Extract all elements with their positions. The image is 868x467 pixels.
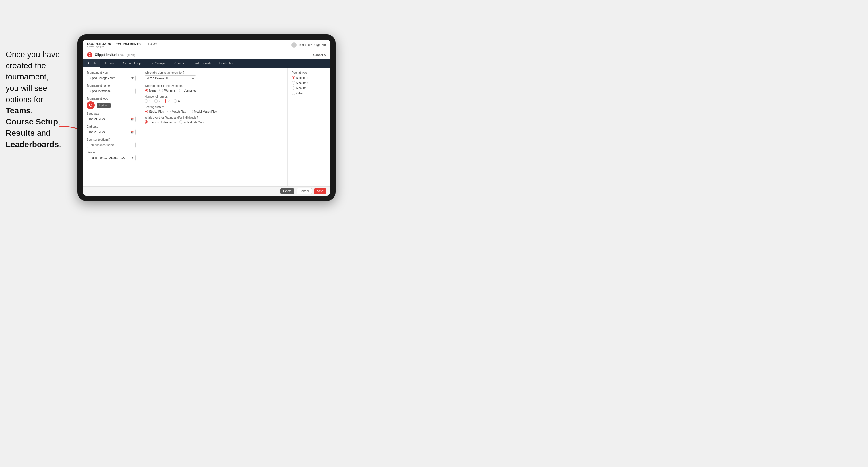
tournament-host-select[interactable]: Clippd College - Men — [87, 75, 136, 81]
scoring-medal-radio[interactable] — [190, 110, 193, 113]
scoring-section: Scoring system Stroke Play Match Play — [145, 105, 283, 113]
brand: SCOREBOARD Powered by clippd — [87, 42, 111, 48]
tab-results[interactable]: Results — [169, 59, 188, 68]
division-label: Which division is the event for? — [145, 71, 283, 74]
nav-links: TOURNAMENTS TEAMS — [116, 42, 157, 47]
rounds-radio-group: 1 2 3 4 — [145, 99, 283, 103]
scoring-radio-group: Stroke Play Match Play Medal Match Play — [145, 110, 283, 113]
teams-label: Is this event for Teams and/or Individua… — [145, 116, 283, 119]
nav-tournaments[interactable]: TOURNAMENTS — [116, 42, 140, 47]
scoring-stroke-radio[interactable] — [145, 110, 148, 113]
rounds-1-radio[interactable] — [145, 99, 148, 103]
teams-plus-radio[interactable] — [145, 121, 148, 124]
nav-right: Test User | Sign out — [291, 42, 326, 48]
gender-combined[interactable]: Combined — [179, 89, 197, 92]
venue-group: Venue Peachtree GC - Atlanta - GA — [87, 151, 136, 161]
rounds-4-radio[interactable] — [174, 99, 177, 103]
tab-course-setup[interactable]: Course Setup — [118, 59, 145, 68]
main-form-area: Tournament Host Clippd College - Men Tou… — [83, 68, 331, 186]
format-5count4[interactable]: 5 count 4 — [292, 76, 327, 80]
format-other[interactable]: Other — [292, 92, 327, 95]
gender-radio-group: Mens Womens Combined — [145, 89, 283, 92]
individuals-only-radio[interactable] — [179, 121, 182, 124]
tournament-logo-label: Tournament logo — [87, 97, 136, 100]
rounds-label: Number of rounds — [145, 95, 283, 98]
tabs-bar: Details Teams Course Setup Tee Groups Re… — [83, 59, 331, 68]
sponsor-label: Sponsor (optional) — [87, 138, 136, 141]
rounds-1[interactable]: 1 — [145, 99, 151, 103]
gender-mens[interactable]: Mens — [145, 89, 156, 92]
venue-label: Venue — [87, 151, 136, 154]
format-6count4-radio[interactable] — [292, 81, 295, 85]
footer: Delete Cancel Save — [83, 186, 331, 196]
format-6count5-radio[interactable] — [292, 86, 295, 90]
tournament-icon: C — [87, 52, 92, 57]
left-annotation: Once you have created the tournament, yo… — [0, 46, 66, 153]
tournament-host-label: Tournament Host — [87, 71, 136, 74]
gender-womens-radio[interactable] — [159, 89, 163, 92]
format-6count5[interactable]: 6 count 5 — [292, 86, 327, 90]
start-date-input[interactable]: Jan 21, 2024 📅 — [87, 116, 136, 122]
format-column: Format type 5 count 4 6 count 4 6 count … — [287, 68, 331, 186]
tournament-name-input[interactable] — [87, 88, 136, 94]
rounds-3-radio[interactable] — [164, 99, 167, 103]
end-date-group: End date Jan 23, 2024 📅 — [87, 125, 136, 135]
nav-teams[interactable]: TEAMS — [146, 42, 157, 47]
tablet-screen: SCOREBOARD Powered by clippd TOURNAMENTS… — [83, 39, 331, 196]
format-radio-group: 5 count 4 6 count 4 6 count 5 Other — [292, 76, 327, 95]
start-date-label: Start date — [87, 112, 136, 115]
tournament-name-group: Tournament name — [87, 84, 136, 94]
end-date-input[interactable]: Jan 23, 2024 📅 — [87, 129, 136, 135]
rounds-2-radio[interactable] — [154, 99, 158, 103]
format-other-radio[interactable] — [292, 92, 295, 95]
sponsor-input[interactable] — [87, 142, 136, 148]
scoring-match[interactable]: Match Play — [167, 110, 186, 113]
tab-teams[interactable]: Teams — [100, 59, 118, 68]
format-5count4-radio[interactable] — [292, 76, 295, 80]
tab-tee-groups[interactable]: Tee Groups — [145, 59, 169, 68]
logo-section: C Upload — [87, 101, 136, 109]
calendar-end-icon: 📅 — [130, 130, 134, 134]
division-select[interactable]: NCAA Division III — [145, 75, 196, 82]
calendar-icon: 📅 — [130, 118, 134, 121]
tab-leaderboards[interactable]: Leaderboards — [188, 59, 215, 68]
individuals-only[interactable]: Individuals Only — [179, 121, 204, 124]
rounds-section: Number of rounds 1 2 3 — [145, 95, 283, 103]
scoring-medal-match[interactable]: Medal Match Play — [190, 110, 217, 113]
gender-mens-radio[interactable] — [145, 89, 148, 92]
cancel-header-button[interactable]: Cancel X — [313, 53, 326, 57]
tab-details[interactable]: Details — [83, 59, 100, 68]
scoring-stroke[interactable]: Stroke Play — [145, 110, 164, 113]
gender-section: Which gender is the event for? Mens Wome… — [145, 84, 283, 92]
tournament-name: Clippd Invitational — [95, 53, 124, 57]
save-button[interactable]: Save — [314, 188, 327, 194]
user-avatar-icon — [291, 42, 297, 48]
format-6count4[interactable]: 6 count 4 — [292, 81, 327, 85]
teams-plus[interactable]: Teams (+Individuals) — [145, 121, 176, 124]
rounds-3[interactable]: 3 — [164, 99, 170, 103]
nav-left: SCOREBOARD Powered by clippd TOURNAMENTS… — [87, 42, 157, 48]
top-nav: SCOREBOARD Powered by clippd TOURNAMENTS… — [83, 39, 331, 51]
format-type-label: Format type — [292, 71, 327, 74]
user-sign-out[interactable]: Test User | Sign out — [298, 43, 326, 47]
tab-printables[interactable]: Printables — [215, 59, 238, 68]
cancel-button[interactable]: Cancel — [297, 188, 312, 194]
gender-label: Which gender is the event for? — [145, 84, 283, 88]
middle-column: Which division is the event for? NCAA Di… — [140, 68, 287, 186]
left-column: Tournament Host Clippd College - Men Tou… — [83, 68, 140, 186]
scoring-match-radio[interactable] — [167, 110, 171, 113]
venue-select[interactable]: Peachtree GC - Atlanta - GA — [87, 155, 136, 161]
gender-combined-radio[interactable] — [179, 89, 182, 92]
tournament-title-row: C Clippd Invitational (Men) — [87, 52, 135, 57]
rounds-4[interactable]: 4 — [174, 99, 180, 103]
tournament-logo-group: Tournament logo C Upload — [87, 97, 136, 109]
division-section: Which division is the event for? NCAA Di… — [145, 71, 283, 82]
rounds-2[interactable]: 2 — [154, 99, 161, 103]
start-date-group: Start date Jan 21, 2024 📅 — [87, 112, 136, 122]
gender-womens[interactable]: Womens — [159, 89, 175, 92]
upload-button[interactable]: Upload — [97, 103, 111, 108]
delete-button[interactable]: Delete — [280, 188, 294, 194]
sponsor-group: Sponsor (optional) — [87, 138, 136, 148]
tournament-name-label: Tournament name — [87, 84, 136, 87]
tournament-header: C Clippd Invitational (Men) Cancel X — [83, 51, 331, 59]
